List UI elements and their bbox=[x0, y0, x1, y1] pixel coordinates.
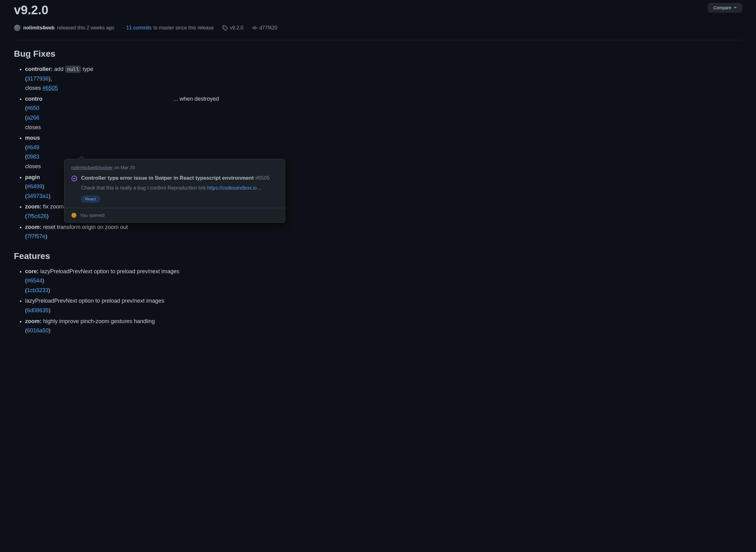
item-scope: zoom: bbox=[25, 203, 41, 210]
compare-label: Compare bbox=[713, 5, 731, 10]
divider bbox=[14, 40, 742, 40]
release-title: v9.2.0 bbox=[14, 3, 48, 17]
code-literal: null bbox=[65, 66, 81, 73]
item-scope: controller: bbox=[25, 66, 53, 72]
released-text: released this 2 weeks ago bbox=[57, 25, 114, 31]
paren: ) bbox=[42, 183, 44, 189]
hovercard-footer-text: You opened bbox=[80, 213, 105, 218]
commit-link[interactable]: 3177936 bbox=[27, 76, 49, 82]
text: ... when destroyed bbox=[172, 96, 219, 102]
hovercard-footer: You opened bbox=[64, 208, 285, 223]
text: lazyPreloadPrevNext option to preload pr… bbox=[39, 268, 179, 274]
paren: ) bbox=[45, 233, 47, 240]
paren: ), bbox=[49, 76, 52, 82]
meta-dot: · bbox=[123, 25, 124, 31]
commit-link[interactable]: a266 bbox=[27, 115, 39, 121]
issue-link[interactable]: #6544 bbox=[27, 278, 42, 284]
paren: ) bbox=[49, 307, 50, 313]
tag-name: v9.2.0 bbox=[230, 25, 243, 31]
commit-link[interactable]: 34973a1 bbox=[27, 193, 49, 199]
list-item: zoom: highly improve pinch-zoom gestures… bbox=[25, 316, 742, 335]
list-item: lazyPreloadPrevNext option to preload pr… bbox=[25, 296, 742, 315]
features-list: core: lazyPreloadPrevNext option to prel… bbox=[14, 267, 742, 335]
paren: ) bbox=[48, 287, 50, 293]
commit-link[interactable]: 6d08635 bbox=[27, 307, 49, 313]
closes-text: closes bbox=[25, 85, 42, 91]
hovercard-desc-text: Check that this is really a bug I confir… bbox=[81, 185, 207, 190]
compare-button[interactable]: Compare bbox=[708, 3, 742, 12]
issue-link[interactable]: #650 bbox=[27, 105, 39, 111]
item-scope: contro bbox=[25, 96, 42, 102]
item-scope: zoom: bbox=[25, 224, 41, 230]
issue-link[interactable]: #6505 bbox=[42, 85, 58, 91]
hovercard-date: on Mar 20 bbox=[113, 165, 135, 170]
release-meta: nolimits4web released this 2 weeks ago ·… bbox=[14, 24, 742, 31]
hovercard-issue-title[interactable]: Controller type error issue in Swiper in… bbox=[81, 175, 253, 181]
dropdown-caret-icon bbox=[734, 7, 737, 9]
commit-link[interactable]: 6016a50 bbox=[27, 327, 49, 333]
issue-hovercard: nolimits4web/swiper on Mar 20 Controller… bbox=[64, 159, 285, 223]
commits-link[interactable]: 11 commits bbox=[126, 25, 152, 31]
text: highly improve pinch-zoom gestures handl… bbox=[41, 318, 155, 324]
text: type bbox=[81, 66, 93, 72]
label-badge[interactable]: React bbox=[81, 196, 100, 202]
features-heading: Features bbox=[14, 251, 742, 261]
item-scope: core: bbox=[25, 268, 39, 274]
item-scope: mous bbox=[25, 135, 40, 141]
closes-text: closes bbox=[25, 124, 41, 130]
text: lazyPreloadPrevNext option to preload pr… bbox=[25, 298, 164, 304]
list-item: zoom: reset transform origin on zoom out… bbox=[25, 223, 742, 241]
commit-link[interactable]: 1cb3233 bbox=[27, 287, 48, 293]
avatar[interactable] bbox=[71, 213, 77, 218]
hovercard-repo-link[interactable]: nolimits4web/swiper bbox=[71, 165, 113, 170]
text: reset transform origin on zoom out bbox=[41, 224, 128, 230]
hovercard-repo-line: nolimits4web/swiper on Mar 20 bbox=[71, 165, 278, 170]
issue-link[interactable]: #6499 bbox=[27, 183, 42, 189]
commit-icon bbox=[252, 25, 257, 31]
list-item: controller: some modules bindings are no… bbox=[25, 94, 742, 132]
commit-link[interactable]: 0983 bbox=[27, 154, 39, 160]
hovercard-description: Check that this is really a bug I confir… bbox=[81, 184, 278, 191]
bugfixes-heading: Bug Fixes bbox=[14, 49, 742, 59]
author-link[interactable]: nolimits4web bbox=[23, 25, 54, 31]
hovercard-repro-link[interactable]: https://codesandbox.io… bbox=[207, 185, 261, 190]
paren: ) bbox=[42, 278, 44, 284]
list-item: core: lazyPreloadPrevNext option to prel… bbox=[25, 267, 742, 295]
commit-link[interactable]: 7f7f57e bbox=[27, 233, 45, 240]
tag-icon bbox=[222, 25, 228, 31]
avatar[interactable] bbox=[14, 24, 21, 31]
paren: ) bbox=[49, 327, 50, 333]
commit-sha: d77f420 bbox=[259, 25, 277, 31]
item-scope: pagin bbox=[25, 174, 40, 180]
issue-link[interactable]: #649 bbox=[27, 144, 39, 151]
commits-suffix: to master since this release bbox=[154, 25, 214, 31]
item-scope: zoom: bbox=[25, 318, 41, 324]
paren: ) bbox=[49, 193, 50, 199]
paren: ) bbox=[47, 213, 49, 219]
list-item: controller: add null type (3177936), clo… bbox=[25, 64, 742, 93]
hovercard-issue-number: #6505 bbox=[253, 175, 270, 181]
text: add bbox=[53, 66, 65, 72]
closes-text: closes bbox=[25, 163, 41, 169]
commit-link[interactable]: 7f5c626 bbox=[27, 213, 47, 219]
issue-closed-icon bbox=[71, 175, 77, 181]
